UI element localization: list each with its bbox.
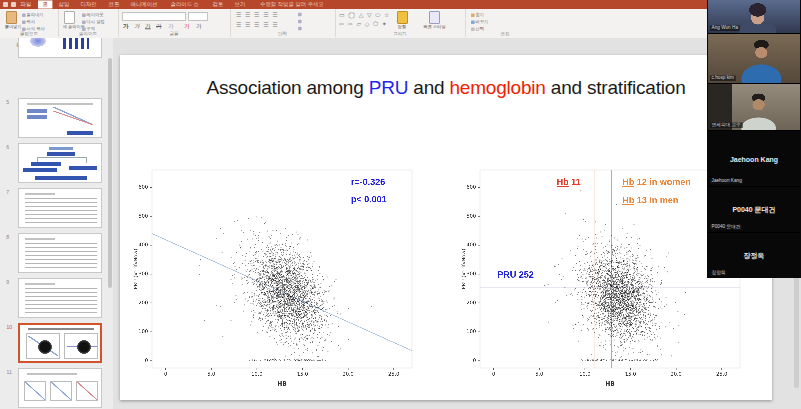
titlebar: 파일 홈 삽입 디자인 전환 애니메이션 슬라이드 쇼 검토 보기 수행할 작업…: [0, 0, 801, 9]
arrange-icon: [397, 11, 408, 24]
text-shadow-button[interactable]: 가: [168, 22, 174, 30]
thumb10-plot-right: [64, 333, 98, 359]
quick-styles-icon: [429, 11, 440, 24]
tab-animations[interactable]: 애니메이션: [126, 0, 162, 8]
title-part-1: Association among: [206, 77, 368, 98]
thumb10-plot-left: [26, 333, 60, 359]
participant-display-name: Jaehoon Kang: [708, 155, 800, 162]
italic-button[interactable]: 가: [134, 22, 140, 30]
scatter-plot-canvas: [128, 163, 416, 395]
thumb6-node5: [35, 176, 87, 180]
video-conference-panel: Ang Won Ha c.hosp kim 연세의대 교수 Jaehoon Ka…: [707, 0, 801, 278]
font-name-input[interactable]: [122, 12, 186, 21]
scatter-plot-canvas: [456, 163, 744, 395]
participant-name-label: 장정욱: [710, 271, 727, 276]
paste-icon: [6, 11, 17, 24]
ribbon: 붙여넣기 잘라내기 복사 서식 복사 클립보드 새 슬라이드 레이아웃 다시 설…: [0, 9, 801, 39]
shapes-gallery[interactable]: ▭ ◯ △ ▽ ⬭ ☆: [339, 12, 390, 18]
new-slide-icon: [64, 11, 75, 24]
thumb8-title-sketch: [25, 238, 55, 240]
participant-tile-4[interactable]: Jaehoon Kang Jaehoon Kang: [708, 131, 800, 187]
tell-me-search[interactable]: 수행할 작업을 알려 주세요: [260, 0, 324, 8]
slide-number: 5: [6, 99, 9, 104]
cut-button[interactable]: 잘라내기: [22, 12, 44, 18]
participant-video-2[interactable]: c.hosp kim: [708, 34, 800, 84]
tab-insert[interactable]: 삽입: [54, 0, 74, 8]
tab-home[interactable]: 홈: [38, 0, 52, 8]
find-icon: [471, 13, 475, 17]
slide-thumbnail-5[interactable]: [18, 98, 102, 138]
thumbnail-row-4: [0, 38, 104, 58]
layout-button[interactable]: 레이아웃: [82, 12, 104, 18]
bullet-list-buttons[interactable]: ☰ ☰ ☰ ☰ ☰: [236, 12, 279, 18]
slide-thumbnail-10-selected[interactable]: [18, 323, 102, 363]
thumb10-cloud-left: [36, 338, 54, 356]
slide-10-editing-surface[interactable]: Association among PRU and hemoglobin and…: [120, 55, 772, 400]
font-size-input[interactable]: [188, 12, 208, 21]
copy-icon: [22, 20, 26, 24]
bold-button[interactable]: 가: [123, 22, 129, 30]
thumb6-node4: [69, 166, 97, 170]
reset-button[interactable]: 다시 설정: [82, 19, 105, 25]
ribbon-group-editing: 찾기 바꾸기 선택 편집: [465, 9, 545, 37]
slide-thumbnail-4[interactable]: [18, 38, 102, 58]
save-icon[interactable]: [3, 2, 8, 7]
thumbnail-row-11: 11: [0, 368, 104, 409]
scatter-plot-left: [128, 163, 416, 395]
thumbnail-row-7: 7: [0, 188, 104, 234]
text-direction-button[interactable]: [298, 12, 302, 16]
tab-slideshow[interactable]: 슬라이드 쇼: [166, 0, 204, 8]
tab-view[interactable]: 보기: [230, 0, 250, 8]
shapes-gallery-row2[interactable]: ⇦ ⇨ ▱ ◇ ⬠ ✦: [339, 21, 388, 27]
participant-name-label: P0040 문대건: [710, 225, 742, 230]
slide-number-selected: 10: [7, 324, 13, 329]
reset-icon: [82, 20, 86, 24]
slide-number: 6: [6, 144, 9, 149]
replace-button[interactable]: 바꾸기: [471, 19, 488, 25]
thumb10-title-sketch: [28, 328, 94, 330]
title-part-3: and stratification: [546, 77, 686, 98]
align-buttons[interactable]: ☰ ☰ ☰ ☰ ☰: [236, 22, 279, 28]
thumbnail-row-6: 6: [0, 143, 104, 189]
strikethrough-button[interactable]: 가: [156, 22, 162, 30]
title-part-hemoglobin: hemoglobin: [449, 77, 545, 98]
tab-design[interactable]: 디자인: [76, 0, 101, 8]
ribbon-group-font: 가 가 가 가 가 가 가 글꼴: [118, 9, 231, 37]
participant-video-3[interactable]: 연세의대 교수: [708, 84, 800, 131]
text-direction-icon: [298, 13, 302, 17]
slide-thumbnail-7[interactable]: [18, 188, 102, 228]
align-text-button[interactable]: [298, 19, 302, 23]
slide-thumbnail-9[interactable]: [18, 278, 102, 318]
ribbon-group-clipboard: 붙여넣기 잘라내기 복사 서식 복사 클립보드: [0, 9, 59, 37]
replace-icon: [471, 20, 475, 24]
participant-video-1[interactable]: Ang Won Ha: [708, 0, 800, 34]
sidebar-scrollbar[interactable]: [108, 58, 112, 288]
character-spacing-button[interactable]: 가: [196, 22, 202, 30]
slide-thumbnail-6[interactable]: [18, 143, 102, 183]
copy-button[interactable]: 복사: [22, 19, 35, 25]
tab-transitions[interactable]: 전환: [104, 0, 124, 8]
find-button[interactable]: 찾기: [471, 12, 484, 18]
participant-name-label: Jaehoon Kang: [710, 179, 743, 184]
thumb10-cloud-right: [75, 338, 93, 356]
thumbnail-row-5: 5: [0, 98, 104, 144]
participant-display-name: 장정욱: [708, 251, 800, 261]
title-part-2: and: [408, 77, 449, 98]
thumb6-node3: [23, 168, 57, 172]
thumbnail-row-9: 9: [0, 278, 104, 324]
participant-name-label: 연세의대 교수: [710, 123, 743, 128]
tab-file[interactable]: 파일: [16, 0, 36, 8]
underline-button[interactable]: 가: [145, 22, 151, 30]
tab-review[interactable]: 검토: [208, 0, 228, 8]
thumb11-chart1: [24, 381, 46, 401]
slide-thumbnail-8[interactable]: [18, 233, 102, 273]
slide-title[interactable]: Association among PRU and hemoglobin and…: [130, 77, 762, 99]
slide-number: 8: [6, 234, 9, 239]
thumbnail-row-8: 8: [0, 233, 104, 279]
participant-tile-5[interactable]: P0040 문대건 P0040 문대건: [708, 187, 800, 233]
ribbon-group-slides: 새 슬라이드 레이아웃 다시 설정 구역 슬라이드: [58, 9, 119, 37]
slide-thumbnail-11[interactable]: [18, 368, 102, 408]
participant-tile-6[interactable]: 장정욱 장정욱: [708, 233, 800, 278]
slide-number: 9: [6, 279, 9, 284]
font-color-button[interactable]: 가: [184, 22, 190, 30]
